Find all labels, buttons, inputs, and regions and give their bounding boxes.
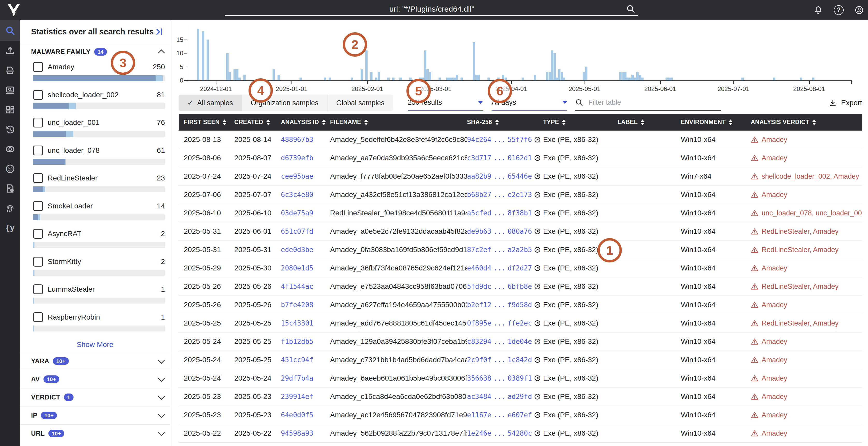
histogram-bar[interactable] xyxy=(226,53,228,80)
scope-button-global-samples[interactable]: Global samples xyxy=(328,95,393,111)
sha-tail-link[interactable]: 6bfb8e xyxy=(508,283,532,290)
histogram-bar[interactable] xyxy=(812,77,814,80)
table-row[interactable]: 2025-05-23 2025-05-23 64e0d0f5 Amadey_ac… xyxy=(179,406,862,424)
table-filter-input[interactable] xyxy=(588,98,708,107)
family-checkbox[interactable] xyxy=(33,173,43,183)
histogram-bar[interactable] xyxy=(324,77,326,80)
histogram-bar[interactable] xyxy=(378,72,380,80)
histogram-bar[interactable] xyxy=(534,75,536,80)
histogram-bar[interactable] xyxy=(228,72,231,80)
table-row[interactable]: 2025-05-26 2025-05-26 4f1544ac Amadey_e7… xyxy=(179,277,862,296)
section-yara[interactable]: YARA10+ xyxy=(20,352,170,370)
export-button[interactable]: Export xyxy=(829,99,862,107)
section-url[interactable]: URL10+ xyxy=(20,424,170,442)
chevron-down-icon[interactable] xyxy=(158,375,165,382)
histogram-bar[interactable] xyxy=(665,77,668,80)
triage-logo-icon[interactable] xyxy=(6,2,22,18)
histogram-bar[interactable] xyxy=(453,77,456,80)
global-search-input[interactable] xyxy=(225,3,639,16)
chevron-down-icon[interactable] xyxy=(158,429,165,436)
rail-item-mail-monitor[interactable]: @ xyxy=(0,159,20,179)
verdict-text[interactable]: RedLineStealer, Amadey xyxy=(762,283,838,290)
verdict-text[interactable]: Amadey xyxy=(762,374,787,382)
histogram-bar[interactable] xyxy=(551,50,553,80)
histogram-bar[interactable] xyxy=(741,77,744,80)
samples-histogram[interactable] xyxy=(187,25,852,81)
help-icon[interactable]: ? xyxy=(834,5,844,15)
histogram-bar[interactable] xyxy=(392,77,395,80)
cell-analysis-id-link[interactable]: d6739efb xyxy=(281,154,330,162)
histogram-bar[interactable] xyxy=(585,67,587,80)
sha-head-link[interactable]: b2ef12 xyxy=(467,301,491,309)
sha-head-link[interactable]: a5cfed xyxy=(467,209,491,217)
sha-head-link[interactable]: aa82b9 xyxy=(467,172,491,180)
verdict-text[interactable]: unc_loader_078, unc_loader_001, ... xyxy=(762,209,862,217)
table-row[interactable]: 2025-08-06 2025-08-07 d6739efb Amadey_aa… xyxy=(179,149,862,167)
rail-item-reports[interactable] xyxy=(0,179,20,198)
external-lookup-icon[interactable] xyxy=(534,320,541,327)
chevron-down-icon[interactable] xyxy=(158,411,165,418)
sha-head-link[interactable]: c83294 xyxy=(467,338,491,345)
cell-analysis-id-link[interactable]: 239914ef xyxy=(281,393,330,401)
cell-analysis-id-link[interactable]: 94598a93 xyxy=(281,430,330,437)
histogram-bar[interactable] xyxy=(546,72,548,80)
histogram-bar[interactable] xyxy=(461,77,463,80)
table-row[interactable]: 2025-05-23 2025-05-23 239914ef Amadey_c1… xyxy=(179,387,862,406)
histogram-bar[interactable] xyxy=(773,77,775,80)
column-header-environment[interactable]: ENVIRONMENT xyxy=(681,119,751,126)
histogram-bar[interactable] xyxy=(273,69,275,80)
rail-item-submit-sample[interactable] xyxy=(0,41,20,61)
rail-item-scan-document[interactable] xyxy=(0,61,20,80)
histogram-bar[interactable] xyxy=(622,72,624,80)
table-row[interactable]: 2025-07-06 2025-07-07 6c3c4e80 Amadey_a4… xyxy=(179,186,862,204)
notifications-bell-icon[interactable] xyxy=(814,5,823,15)
external-lookup-icon[interactable] xyxy=(534,173,541,180)
account-icon[interactable] xyxy=(855,5,864,15)
family-checkbox[interactable] xyxy=(33,90,43,100)
external-lookup-icon[interactable] xyxy=(534,430,541,437)
verdict-text[interactable]: RedLineStealer, Amadey xyxy=(762,228,838,236)
histogram-bar[interactable] xyxy=(300,77,302,80)
histogram-bar[interactable] xyxy=(473,42,475,80)
table-row[interactable]: 2025-05-31 2025-06-01 651c07fd Amadey_a0… xyxy=(179,222,862,241)
sha-tail-link[interactable]: f9d58d xyxy=(508,301,532,309)
column-header-created[interactable]: CREATED xyxy=(234,119,281,126)
cell-analysis-id-link[interactable]: 29df7b4a xyxy=(281,374,330,382)
cell-analysis-id-link[interactable]: 488967b3 xyxy=(281,136,330,143)
verdict-text[interactable]: Amadey xyxy=(762,301,787,309)
table-row[interactable]: 2025-07-24 2025-07-24 cee95bae Amadey_f7… xyxy=(179,167,862,186)
external-lookup-icon[interactable] xyxy=(534,412,541,418)
sha-head-link[interactable]: 356638 xyxy=(467,374,491,382)
sha-head-link[interactable]: c3d717 xyxy=(467,154,491,162)
table-row[interactable]: 2025-05-21 2025-05-21 35c62189 Amadey_29… xyxy=(179,443,862,446)
external-lookup-icon[interactable] xyxy=(534,246,541,253)
histogram-bar[interactable] xyxy=(351,77,353,80)
external-lookup-icon[interactable] xyxy=(534,375,541,382)
chevron-down-icon[interactable] xyxy=(158,357,165,364)
histogram-bar[interactable] xyxy=(456,75,458,80)
rail-item-fingerprint-search[interactable] xyxy=(0,198,20,218)
cell-analysis-id-link[interactable]: 03de75a9 xyxy=(281,209,330,217)
cell-analysis-id-link[interactable]: 451cc94f xyxy=(281,356,330,364)
rail-item-yara-rules[interactable]: {y xyxy=(0,218,20,238)
section-ip[interactable]: IP10+ xyxy=(20,406,170,424)
table-row[interactable]: 2025-08-13 2025-08-14 488967b3 Amadey_5e… xyxy=(179,131,862,149)
sha-head-link[interactable]: 1e246e xyxy=(467,430,491,437)
show-more-link[interactable]: Show More xyxy=(20,337,170,352)
table-row[interactable]: 2025-05-22 2025-05-22 94598a93 Amadey_56… xyxy=(179,424,862,443)
sha-tail-link[interactable]: 55f7f6 xyxy=(508,136,532,143)
section-av[interactable]: AV10+ xyxy=(20,370,170,388)
histogram-bar[interactable] xyxy=(365,50,368,80)
sort-icon[interactable] xyxy=(812,119,816,125)
sha-tail-link[interactable]: e2e173 xyxy=(508,191,532,199)
external-lookup-icon[interactable] xyxy=(534,136,541,143)
sort-icon[interactable] xyxy=(322,119,326,125)
sort-icon[interactable] xyxy=(364,119,368,125)
sha-tail-link[interactable]: e607ef xyxy=(508,411,532,419)
family-checkbox[interactable] xyxy=(33,145,43,156)
histogram-bar[interactable] xyxy=(387,77,390,80)
histogram-bar[interactable] xyxy=(207,40,209,80)
verdict-text[interactable]: Amadey xyxy=(762,136,787,144)
cell-analysis-id-link[interactable]: 651c07fd xyxy=(281,228,330,235)
search-icon[interactable] xyxy=(626,4,635,13)
